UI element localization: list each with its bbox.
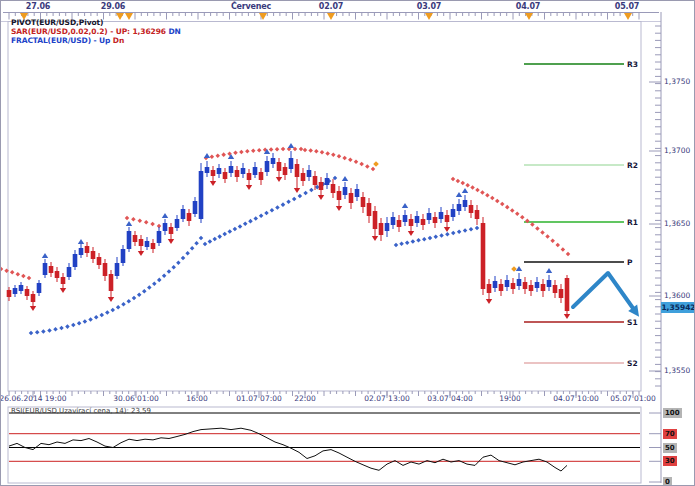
candle-body (103, 263, 108, 276)
sar-down-dot (540, 230, 545, 235)
sar-up-dot (65, 324, 70, 329)
candle-body (241, 168, 246, 174)
sar-down-dot (27, 276, 32, 281)
price-axis-label: 1,3650 (664, 219, 690, 228)
fractal-down-icon (210, 181, 216, 186)
sar-down-dot (520, 215, 525, 220)
sar-up-dot (157, 278, 162, 283)
fractal-down-icon (138, 251, 144, 256)
fractal-up-icon (516, 266, 522, 271)
trend-arrow-annotation[interactable] (573, 273, 635, 311)
fractal-up-icon (126, 221, 132, 226)
candle-body (433, 217, 438, 223)
rsi-legend: RSI(EUR/USD,Uzavírací cena, 14): 23,59 (11, 407, 151, 415)
sar-up-dot (194, 241, 199, 246)
sar-up-dot (292, 197, 297, 202)
sar-up-dot (411, 239, 416, 244)
sar-up-dot (254, 216, 259, 221)
candle-body (349, 193, 354, 203)
candle-body (229, 166, 234, 173)
sar-down-dot (131, 217, 136, 222)
indicator-legend: PIVOT(EUR/USD,Pivot) SAR(EUR/USD,0.02,0.… (11, 18, 181, 45)
sar-up-dot (41, 329, 46, 334)
candle-body (193, 201, 198, 214)
fractal-up-icon (162, 213, 168, 218)
sar-down-dot (320, 150, 325, 155)
sar-up-dot (463, 228, 468, 233)
bottom-axis-label: 04.07 10:00 (553, 394, 598, 403)
candle-body (325, 178, 330, 185)
candle-body (91, 251, 96, 259)
sar-up-dot (469, 227, 474, 232)
sar-up-dot (217, 234, 222, 239)
sar-up-dot (35, 330, 40, 335)
candle-body (361, 197, 366, 207)
candle-body (301, 173, 306, 181)
candle-body (169, 227, 174, 234)
top-axis-label: 29.06 (101, 2, 125, 11)
sar-down-dot (555, 243, 560, 248)
candle-body (19, 285, 24, 291)
sar-up-dot (110, 308, 115, 313)
candle-body (133, 235, 138, 242)
candle-body (559, 289, 564, 298)
candle-body (487, 284, 492, 293)
candle-body (31, 294, 36, 302)
sar-up-dot (439, 233, 444, 238)
fractal-up-icon (288, 143, 294, 148)
fractal-down-icon (30, 306, 36, 311)
sar-down-dot (505, 205, 510, 210)
trading-chart-window: { "legend": { "pivot": "PIVOT(EUR/USD,Pi… (0, 0, 695, 486)
sar-down-dot (210, 155, 215, 160)
sar-down-dot (561, 247, 566, 252)
pivot-label-r2: R2 (627, 161, 638, 170)
sar-down-dot (465, 183, 470, 188)
candle-body (475, 210, 480, 219)
candle-body (367, 203, 372, 216)
sar-down-dot (550, 238, 555, 243)
pivot-label-r1: R1 (627, 218, 638, 227)
sar-up-dot (399, 242, 404, 247)
candle-body (121, 249, 126, 263)
sar-up-dot (147, 285, 152, 290)
sar-down-dot (530, 222, 535, 227)
candle-body (403, 215, 408, 222)
candle-body (283, 167, 288, 175)
candle-body (223, 172, 228, 179)
candle-body (541, 284, 546, 291)
fractal-up-icon (462, 188, 468, 193)
price-axis-label: 1,3600 (664, 291, 690, 300)
price-axis-label: 1,3700 (664, 146, 690, 155)
sar-up-dot (185, 251, 190, 256)
chart-plot[interactable] (8, 22, 641, 392)
candle-body (127, 231, 132, 249)
sar-up-dot (77, 321, 82, 326)
candle-body (211, 170, 216, 176)
sar-up-dot (83, 319, 88, 324)
month-marker-triangle (525, 13, 533, 20)
sar-down-dot (475, 188, 480, 193)
candle-body (13, 288, 18, 294)
candle-body (151, 243, 156, 249)
sar-down-dot (566, 252, 571, 257)
sar-down-dot (308, 148, 313, 153)
bottom-axis-label: 19:00 (499, 394, 521, 403)
rsi-level-badge-30: 30 (663, 456, 677, 466)
sar-up-dot (29, 331, 34, 336)
sar-up-dot (142, 289, 147, 294)
sar-down-dot (342, 156, 347, 161)
sar-up-dot (457, 230, 462, 235)
sar-up-dot (71, 323, 76, 328)
sar-up-dot (190, 246, 195, 251)
top-axis-label: Červenec (231, 2, 271, 11)
candle-body (253, 167, 258, 175)
sar-up-dot (152, 282, 157, 287)
sar-down-dot (456, 179, 461, 184)
candle-body (523, 282, 528, 289)
fractal-up-icon (342, 176, 348, 181)
sar-down-dot (150, 222, 155, 227)
sar-up-dot (445, 232, 450, 237)
sar-up-dot (137, 292, 142, 297)
sar-up-dot (199, 236, 204, 241)
price-axis-label: 1,3750 (664, 77, 690, 86)
